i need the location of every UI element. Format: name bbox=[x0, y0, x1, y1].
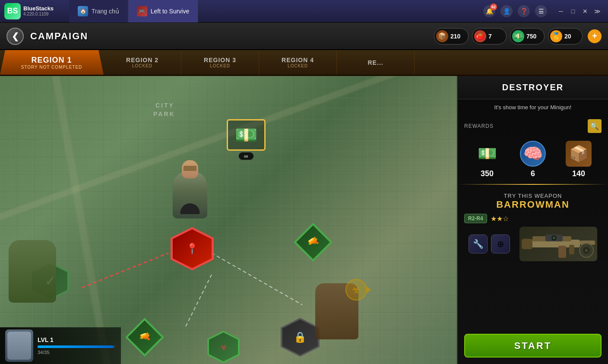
zombie-node-icon: ☣ bbox=[220, 342, 228, 352]
region-2-name: REGION 2 bbox=[126, 57, 158, 63]
start-button[interactable]: START bbox=[464, 334, 602, 358]
weapon-rating-badge: R2-R4 bbox=[464, 214, 487, 223]
window-buttons: ─ □ ✕ ≫ bbox=[557, 7, 602, 16]
svg-rect-6 bbox=[522, 239, 532, 249]
region-3-status: LOCKED bbox=[210, 63, 230, 68]
bs-name: BlueStacks bbox=[23, 5, 54, 12]
cash-reward-icon: 💵 bbox=[474, 141, 500, 167]
region-3-name: REGION 3 bbox=[204, 57, 236, 63]
weapon-icon-1[interactable]: 🔧 bbox=[469, 234, 488, 253]
add-resources-button[interactable]: + bbox=[588, 29, 602, 43]
game-area: ❮ CAMPAIGN 📦 210 🍅 7 💵 750 🥇 20 + bbox=[0, 23, 608, 364]
region-4-status: LOCKED bbox=[288, 63, 308, 68]
extend-btn[interactable]: ≫ bbox=[593, 7, 602, 16]
maximize-btn[interactable]: □ bbox=[569, 7, 577, 16]
active-mission-node[interactable]: 📍 bbox=[171, 227, 214, 270]
wood-resource: 📦 210 bbox=[434, 28, 469, 44]
region-3-tab[interactable]: REGION 3 LOCKED bbox=[181, 50, 259, 75]
weapon-rating-row: R2-R4 ★★☆ bbox=[464, 214, 602, 223]
cash-pile-node[interactable]: 💵 ∞ bbox=[225, 119, 268, 160]
region-1-status: STORY NOT COMPLETED bbox=[21, 65, 82, 70]
region-4-name: REGION 4 bbox=[282, 57, 314, 63]
region-2-status: LOCKED bbox=[132, 63, 152, 68]
player-xp-fill bbox=[38, 345, 114, 348]
rewards-header: REWARDS 🔍 bbox=[458, 116, 608, 136]
close-btn[interactable]: ✕ bbox=[581, 7, 589, 16]
start-label: START bbox=[514, 340, 552, 351]
gold-divider bbox=[458, 184, 608, 185]
region-1-tab[interactable]: REGION 1 STORY NOT COMPLETED bbox=[0, 50, 104, 75]
brain-reward: 🧠 6 bbox=[520, 141, 546, 178]
cash-reward: 💵 350 bbox=[474, 141, 500, 178]
svg-point-14 bbox=[585, 249, 588, 252]
mission-icon: 📍 bbox=[186, 243, 199, 255]
resources-bar: 📦 210 🍅 7 💵 750 🥇 20 + bbox=[434, 28, 602, 44]
region-4-tab[interactable]: REGION 4 LOCKED bbox=[259, 50, 337, 75]
checkmark-icon: ✓ bbox=[45, 274, 55, 288]
cash-reward-value: 350 bbox=[481, 169, 494, 178]
top-bar: ❮ CAMPAIGN 📦 210 🍅 7 💵 750 🥇 20 + bbox=[0, 23, 608, 50]
weapon-icons: 🔧 ⊕ bbox=[469, 234, 510, 253]
food-icon: 🍅 bbox=[474, 30, 486, 42]
rewards-row: 💵 350 🧠 6 📦 140 bbox=[458, 136, 608, 180]
brain-reward-value: 6 bbox=[531, 169, 535, 178]
player-xp-text: 34/35 bbox=[38, 350, 50, 355]
locked-node[interactable]: 🔒 bbox=[281, 318, 320, 357]
notification-badge: 62 bbox=[490, 3, 497, 10]
cash-pile-infinity: ∞ bbox=[238, 152, 253, 160]
svg-rect-11 bbox=[569, 245, 574, 254]
notification-btn[interactable]: 🔔 62 bbox=[483, 5, 495, 17]
weapon-icon-2[interactable]: ⊕ bbox=[491, 234, 510, 253]
cash-pile-icon: 💵 bbox=[235, 124, 257, 146]
titlebar: BS BlueStacks 4.220.0.1109 🏠 Trang chủ 🎮… bbox=[0, 0, 608, 23]
wood-value: 210 bbox=[450, 33, 460, 40]
tab-bar: 🏠 Trang chủ 🎮 Left to Survive bbox=[69, 0, 477, 22]
region-1-name: REGION 1 bbox=[31, 56, 72, 65]
region-2-tab[interactable]: REGION 2 LOCKED bbox=[104, 50, 181, 75]
weapon-row: 🔧 ⊕ bbox=[464, 227, 602, 261]
weapon-section: TRY THIS WEAPON BARROWMAN R2-R4 ★★☆ 🔧 ⊕ bbox=[458, 188, 608, 266]
gold-icon: 🥇 bbox=[550, 30, 562, 42]
player-info: LVL 1 34/35 bbox=[38, 336, 116, 356]
titlebar-controls: 🔔 62 👤 ❓ ☰ ─ □ ✕ ≫ bbox=[477, 5, 608, 17]
rewards-label: REWARDS bbox=[464, 123, 494, 129]
cash-value: 750 bbox=[526, 33, 536, 40]
weapon-visual bbox=[519, 227, 597, 261]
sniper-gun-icon: 🔫 bbox=[305, 234, 321, 250]
back-button[interactable]: ❮ bbox=[6, 28, 24, 45]
sniper-node[interactable]: 🔫 bbox=[294, 223, 332, 262]
player-xp-bar bbox=[38, 345, 116, 348]
crate-reward-icon: 📦 bbox=[566, 141, 592, 167]
region-5-name: RE... bbox=[367, 59, 383, 66]
crate-reward-value: 140 bbox=[572, 169, 585, 178]
search-button[interactable]: 🔍 bbox=[588, 119, 602, 133]
player-avatar bbox=[5, 329, 33, 362]
gold-resource: 🥇 20 bbox=[548, 28, 583, 44]
machinegun-node[interactable]: 🔫 bbox=[125, 318, 164, 357]
tab-game[interactable]: 🎮 Left to Survive bbox=[128, 0, 199, 22]
help-btn[interactable]: ❓ bbox=[518, 5, 530, 17]
map-area: CITY PARK KINGS HEIGHTS 💵 bbox=[0, 76, 457, 364]
campaign-title: CAMPAIGN bbox=[30, 31, 88, 42]
weapon-image-area bbox=[510, 227, 597, 261]
tab-home[interactable]: 🏠 Trang chủ bbox=[69, 0, 128, 22]
tab-home-label: Trang chủ bbox=[92, 8, 119, 15]
player-avatar-inner bbox=[7, 332, 31, 360]
machinegun-icon: 🔫 bbox=[137, 330, 152, 345]
cash-resource: 💵 750 bbox=[510, 28, 545, 44]
minimize-btn[interactable]: ─ bbox=[557, 7, 565, 16]
menu-btn[interactable]: ☰ bbox=[535, 5, 547, 17]
brain-reward-icon: 🧠 bbox=[520, 141, 546, 167]
cash-pile-box: 💵 bbox=[227, 119, 266, 151]
bs-version: 4.220.0.1109 bbox=[23, 12, 54, 17]
try-weapon-label: TRY THIS WEAPON bbox=[464, 193, 602, 199]
weapon-name: BARROWMAN bbox=[464, 199, 602, 210]
right-panel: DESTROYER It's show time for your Minigu… bbox=[457, 76, 608, 364]
panel-spacer bbox=[458, 266, 608, 334]
cash-icon: 💵 bbox=[512, 30, 524, 42]
home-tab-icon: 🏠 bbox=[78, 6, 88, 16]
user-btn[interactable]: 👤 bbox=[500, 5, 513, 17]
zombie-mission-node[interactable]: ☣ 4 bbox=[207, 331, 240, 363]
region-5-tab[interactable]: RE... bbox=[337, 50, 415, 75]
completed-node[interactable]: ✓ bbox=[30, 262, 69, 301]
